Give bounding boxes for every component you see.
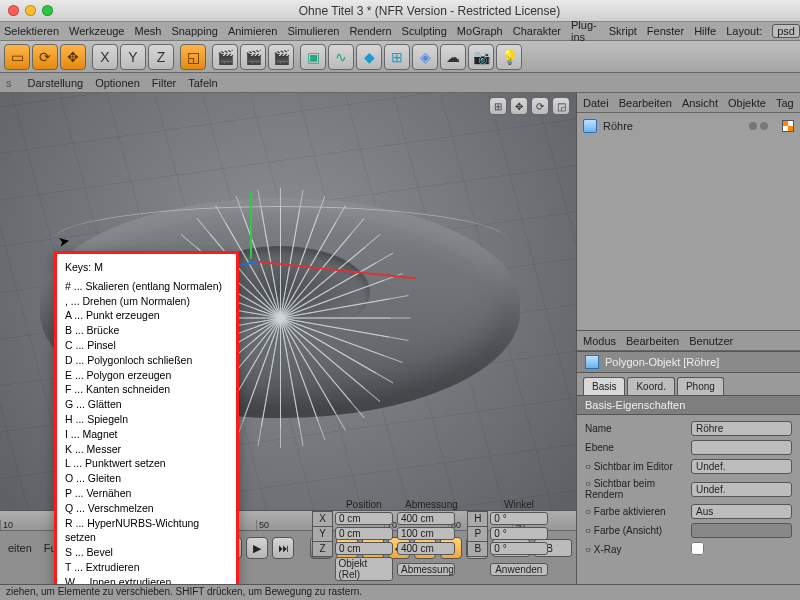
shortcut-item: T ... Extrudieren — [65, 560, 228, 575]
dim-x-field[interactable]: 400 cm — [397, 512, 455, 525]
attr-menu[interactable]: Bearbeiten — [626, 335, 679, 347]
primitive-cube-icon[interactable]: ▣ — [300, 44, 326, 70]
dim-z-field[interactable]: 400 cm — [397, 542, 455, 555]
object-row[interactable]: Röhre — [583, 117, 794, 135]
ang-h-field[interactable]: 0 ° — [490, 512, 548, 525]
phong-tag-icon[interactable] — [782, 120, 794, 132]
pos-z-field[interactable]: 0 cm — [335, 542, 393, 555]
window-zoom-button[interactable] — [42, 5, 53, 16]
window-title: Ohne Titel 3 * (NFR Version - Restricted… — [59, 4, 800, 18]
menu-item[interactable]: Rendern — [349, 25, 391, 37]
menu-item[interactable]: Simulieren — [287, 25, 339, 37]
spline-icon[interactable]: ∿ — [328, 44, 354, 70]
menu-item[interactable]: Snapping — [171, 25, 218, 37]
array-icon[interactable]: ⊞ — [384, 44, 410, 70]
objmgr-tab[interactable]: Tag — [776, 97, 794, 109]
apply-button[interactable]: Anwenden — [490, 563, 548, 576]
menu-item[interactable]: Fenster — [647, 25, 684, 37]
name-field[interactable]: Röhre — [691, 421, 792, 436]
color-activate-dropdown[interactable]: Aus — [691, 504, 792, 519]
menu-item[interactable]: MoGraph — [457, 25, 503, 37]
shortcut-item: R ... HyperNURBS-Wichtung setzen — [65, 516, 228, 546]
menu-item[interactable]: Mesh — [134, 25, 161, 37]
deformer-icon[interactable]: ◈ — [412, 44, 438, 70]
axis-y-toggle[interactable]: Y — [120, 44, 146, 70]
menu-item[interactable]: Skript — [609, 25, 637, 37]
axis-x-toggle[interactable]: X — [92, 44, 118, 70]
render-view-icon[interactable]: 🎬 — [212, 44, 238, 70]
shortcut-popup: Keys: M # ... Skalieren (entlang Normale… — [54, 251, 239, 584]
shortcut-item: # ... Skalieren (entlang Normalen) — [65, 279, 228, 294]
pos-y-field[interactable]: 0 cm — [335, 527, 393, 540]
attr-menu[interactable]: Benutzer — [689, 335, 733, 347]
render-region-icon[interactable]: 🎬 — [240, 44, 266, 70]
viewport-nav-icon[interactable]: ⟳ — [531, 97, 549, 115]
step-fwd-button[interactable]: ▶ — [246, 537, 268, 559]
objmgr-tab[interactable]: Datei — [583, 97, 609, 109]
color-swatch[interactable] — [691, 523, 792, 538]
menu-item[interactable]: Selektieren — [4, 25, 59, 37]
environment-icon[interactable]: ☁ — [440, 44, 466, 70]
attr-subtab-phong[interactable]: Phong — [677, 377, 724, 395]
status-bar: ziehen, um Elemente zu verschieben. SHIF… — [0, 584, 800, 600]
ang-p-field[interactable]: 0 ° — [490, 527, 548, 540]
col-dimension: Abmessung — [395, 498, 468, 511]
menu-item[interactable]: Hilfe — [694, 25, 716, 37]
menu-item[interactable]: Animieren — [228, 25, 278, 37]
object-name[interactable]: Röhre — [603, 120, 633, 132]
object-manager[interactable]: Röhre — [577, 113, 800, 331]
field-label: ○ Sichtbar im Editor — [585, 461, 685, 472]
axis-y-icon[interactable] — [250, 191, 252, 259]
camera-icon[interactable]: 📷 — [468, 44, 494, 70]
objmgr-tab[interactable]: Bearbeiten — [619, 97, 672, 109]
layer-field[interactable] — [691, 440, 792, 455]
attr-subtab-koord[interactable]: Koord. — [627, 377, 674, 395]
menu-item[interactable]: Charakter — [513, 25, 561, 37]
menu-item[interactable]: Plug-ins — [571, 19, 599, 43]
coord-mode-dropdown[interactable]: Objekt (Rel) — [335, 557, 393, 581]
light-icon[interactable]: 💡 — [496, 44, 522, 70]
shortcut-item: S ... Bevel — [65, 545, 228, 560]
shortcut-item: O ... Gleiten — [65, 471, 228, 486]
menu-item[interactable]: Sculpting — [402, 25, 447, 37]
move-tool-icon[interactable]: ✥ — [60, 44, 86, 70]
viewport-nav-icon[interactable]: ◲ — [552, 97, 570, 115]
view-menu-item[interactable]: Optionen — [95, 77, 140, 89]
goto-end-button[interactable]: ⏭ — [272, 537, 294, 559]
shortcut-item: H ... Spiegeln — [65, 412, 228, 427]
render-settings-icon[interactable]: 🎬 — [268, 44, 294, 70]
view-menu-item[interactable]: Darstellung — [28, 77, 84, 89]
shortcut-item: Q ... Verschmelzen — [65, 501, 228, 516]
objmgr-tab[interactable]: Objekte — [728, 97, 766, 109]
window-close-button[interactable] — [8, 5, 19, 16]
axis-z-toggle[interactable]: Z — [148, 44, 174, 70]
nurbs-icon[interactable]: ◆ — [356, 44, 382, 70]
layout-dropdown[interactable]: psd — [772, 24, 800, 38]
attr-menu[interactable]: Modus — [583, 335, 616, 347]
viewport-nav-icon[interactable]: ⊞ — [489, 97, 507, 115]
main-menubar: Selektieren Werkzeuge Mesh Snapping Anim… — [0, 22, 800, 41]
shortcut-item: E ... Polygon erzeugen — [65, 368, 228, 383]
field-label: ○ Farbe (Ansicht) — [585, 525, 685, 536]
menu-item[interactable]: Werkzeuge — [69, 25, 124, 37]
pos-x-field[interactable]: 0 cm — [335, 512, 393, 525]
viewport-3d[interactable]: ⊞ ✥ ⟳ ◲ ➤ Keys: M # ... Skalieren (entla… — [0, 93, 576, 584]
dim-mode-dropdown[interactable]: Abmessung — [397, 563, 455, 576]
ang-b-field[interactable]: 0 ° — [490, 542, 548, 555]
vis-render-dropdown[interactable]: Undef. — [691, 482, 792, 497]
shortcut-item: I ... Magnet — [65, 427, 228, 442]
coordinate-system-icon[interactable]: ◱ — [180, 44, 206, 70]
dim-y-field[interactable]: 100 cm — [397, 527, 455, 540]
attr-subtab-basis[interactable]: Basis — [583, 377, 625, 395]
objmgr-tab[interactable]: Ansicht — [682, 97, 718, 109]
tab-stub[interactable]: eiten — [4, 540, 36, 556]
view-menu-item[interactable]: Filter — [152, 77, 176, 89]
rotate-tool-icon[interactable]: ⟳ — [32, 44, 58, 70]
xray-checkbox[interactable] — [691, 542, 704, 555]
attr-title: Polygon-Objekt [Röhre] — [605, 356, 719, 368]
select-tool-icon[interactable]: ▭ — [4, 44, 30, 70]
viewport-nav-icon[interactable]: ✥ — [510, 97, 528, 115]
vis-editor-dropdown[interactable]: Undef. — [691, 459, 792, 474]
window-minimize-button[interactable] — [25, 5, 36, 16]
view-menu-item[interactable]: Tafeln — [188, 77, 217, 89]
